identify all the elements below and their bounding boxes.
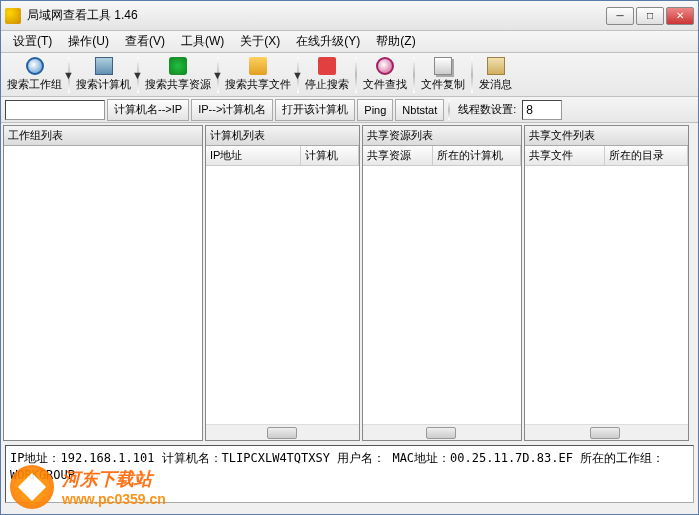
col-ip[interactable]: IP地址: [206, 146, 301, 165]
share-file-panel: 共享文件列表 共享文件 所在的目录: [524, 125, 689, 441]
menu-upgrade[interactable]: 在线升级(Y): [290, 31, 366, 52]
panel-title: 共享文件列表: [525, 126, 688, 146]
close-button[interactable]: ✕: [666, 7, 694, 25]
col-dir[interactable]: 所在的目录: [605, 146, 688, 165]
app-window: 局域网查看工具 1.46 ─ □ ✕ 设置(T) 操作(U) 查看(V) 工具(…: [0, 0, 699, 515]
menu-tools[interactable]: 工具(W): [175, 31, 230, 52]
thread-label: 线程数设置:: [454, 102, 520, 117]
separator: [355, 57, 357, 93]
host-input[interactable]: [5, 100, 105, 120]
tb-search-computer[interactable]: 搜索计算机 ▼: [72, 55, 135, 94]
app-icon: [5, 8, 21, 24]
tb-stop-search[interactable]: 停止搜索: [301, 55, 353, 94]
panel-title: 工作组列表: [4, 126, 202, 146]
tb-label: 搜索计算机: [76, 77, 131, 92]
btn-open-computer[interactable]: 打开该计算机: [275, 99, 355, 121]
main-toolbar: 搜索工作组 ▼ 搜索计算机 ▼ 搜索共享资源 ▼ 搜索共享文件 ▼ 停止搜索: [1, 53, 698, 97]
col-share[interactable]: 共享资源: [363, 146, 433, 165]
minimize-button[interactable]: ─: [606, 7, 634, 25]
hscrollbar[interactable]: [206, 424, 359, 440]
share-list[interactable]: 共享资源 所在的计算机: [363, 146, 521, 440]
col-file[interactable]: 共享文件: [525, 146, 605, 165]
panel-title: 计算机列表: [206, 126, 359, 146]
menu-operate[interactable]: 操作(U): [62, 31, 115, 52]
watermark-text: 河东下载站 www.pc0359.cn: [62, 467, 166, 507]
menubar: 设置(T) 操作(U) 查看(V) 工具(W) 关于(X) 在线升级(Y) 帮助…: [1, 31, 698, 53]
tb-send-msg[interactable]: 发消息: [475, 55, 516, 94]
tb-label: 搜索工作组: [7, 77, 62, 92]
watermark-logo-icon: [10, 465, 54, 509]
list-header: IP地址 计算机: [206, 146, 359, 166]
search-icon: [26, 57, 44, 75]
computer-list[interactable]: IP地址 计算机: [206, 146, 359, 440]
scroll-thumb[interactable]: [590, 427, 620, 439]
tb-file-find[interactable]: 文件查找: [359, 55, 411, 94]
tb-file-copy[interactable]: 文件复制: [417, 55, 469, 94]
stop-icon: [318, 57, 336, 75]
tb-label: 停止搜索: [305, 77, 349, 92]
menu-view[interactable]: 查看(V): [119, 31, 171, 52]
scroll-thumb[interactable]: [426, 427, 456, 439]
titlebar[interactable]: 局域网查看工具 1.46 ─ □ ✕: [1, 1, 698, 31]
scroll-thumb[interactable]: [267, 427, 297, 439]
workgroup-list[interactable]: [4, 146, 202, 440]
computer-icon: [95, 57, 113, 75]
list-header: 共享文件 所在的目录: [525, 146, 688, 166]
message-icon: [487, 57, 505, 75]
folder-icon: [249, 57, 267, 75]
find-icon: [376, 57, 394, 75]
menu-help[interactable]: 帮助(Z): [370, 31, 421, 52]
copy-icon: [434, 57, 452, 75]
watermark: 河东下载站 www.pc0359.cn: [10, 465, 166, 509]
list-header: 共享资源 所在的计算机: [363, 146, 521, 166]
hscrollbar[interactable]: [525, 424, 688, 440]
tb-label: 搜索共享文件: [225, 77, 291, 92]
watermark-url: www.pc0359.cn: [62, 491, 166, 507]
thread-input[interactable]: [522, 100, 562, 120]
panel-title: 共享资源列表: [363, 126, 521, 146]
separator: [413, 57, 415, 93]
tb-search-share[interactable]: 搜索共享资源 ▼: [141, 55, 215, 94]
btn-name-to-ip[interactable]: 计算机名-->IP: [107, 99, 189, 121]
tb-label: 文件复制: [421, 77, 465, 92]
tb-label: 发消息: [479, 77, 512, 92]
col-on-computer[interactable]: 所在的计算机: [433, 146, 521, 165]
tb-search-files[interactable]: 搜索共享文件 ▼: [221, 55, 295, 94]
menu-about[interactable]: 关于(X): [234, 31, 286, 52]
tb-label: 搜索共享资源: [145, 77, 211, 92]
separator: [448, 100, 450, 120]
btn-nbtstat[interactable]: Nbtstat: [395, 99, 444, 121]
watermark-site: 河东下载站: [62, 467, 166, 491]
col-computer[interactable]: 计算机: [301, 146, 359, 165]
separator: [471, 57, 473, 93]
tb-search-workgroup[interactable]: 搜索工作组 ▼: [3, 55, 66, 94]
secondary-toolbar: 计算机名-->IP IP-->计算机名 打开该计算机 Ping Nbtstat …: [1, 97, 698, 123]
window-title: 局域网查看工具 1.46: [27, 7, 606, 24]
file-list[interactable]: 共享文件 所在的目录: [525, 146, 688, 440]
window-controls: ─ □ ✕: [606, 7, 694, 25]
menu-settings[interactable]: 设置(T): [7, 31, 58, 52]
workgroup-panel: 工作组列表: [3, 125, 203, 441]
computer-panel: 计算机列表 IP地址 计算机: [205, 125, 360, 441]
btn-ping[interactable]: Ping: [357, 99, 393, 121]
panels-container: 工作组列表 计算机列表 IP地址 计算机 共享资源列表 共享资源 所在的计算机: [1, 123, 698, 443]
btn-ip-to-name[interactable]: IP-->计算机名: [191, 99, 273, 121]
maximize-button[interactable]: □: [636, 7, 664, 25]
tb-label: 文件查找: [363, 77, 407, 92]
hscrollbar[interactable]: [363, 424, 521, 440]
share-resource-panel: 共享资源列表 共享资源 所在的计算机: [362, 125, 522, 441]
share-icon: [169, 57, 187, 75]
